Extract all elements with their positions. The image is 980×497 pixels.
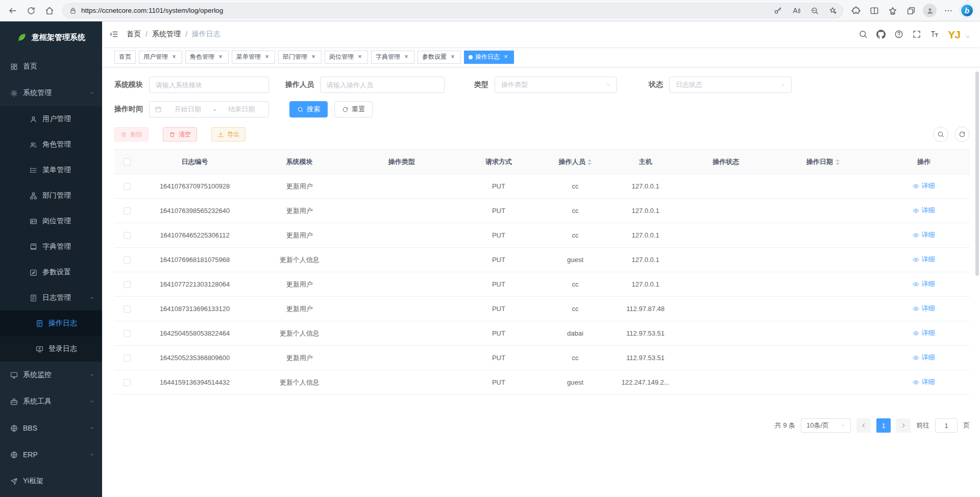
browser-profile-avatar[interactable] bbox=[923, 4, 937, 17]
tab[interactable]: 角色管理× bbox=[185, 51, 229, 64]
detail-link[interactable]: 详细 bbox=[913, 255, 935, 264]
status-select[interactable]: 日志状态 bbox=[669, 77, 792, 93]
detail-link[interactable]: 详细 bbox=[913, 206, 935, 215]
detail-link[interactable]: 详细 bbox=[913, 304, 935, 313]
breadcrumb-home[interactable]: 首页 bbox=[127, 30, 141, 39]
detail-link[interactable]: 详细 bbox=[913, 279, 935, 289]
breadcrumb-system-management[interactable]: 系统管理 bbox=[152, 30, 181, 39]
row-checkbox[interactable] bbox=[124, 183, 131, 190]
search-button[interactable]: 搜索 bbox=[289, 101, 328, 117]
user-menu-caret[interactable] bbox=[965, 34, 971, 40]
sidebar-item-erp[interactable]: ERP bbox=[0, 441, 102, 468]
sidebar-item-system-management[interactable]: 系统管理 bbox=[0, 80, 102, 106]
show-search-toggle-button[interactable] bbox=[933, 127, 948, 142]
type-select[interactable]: 操作类型 bbox=[495, 77, 617, 93]
row-checkbox[interactable] bbox=[124, 232, 131, 239]
tab[interactable]: 操作日志× bbox=[464, 51, 514, 64]
sidebar-item-operation-log[interactable]: 操作日志 bbox=[0, 311, 102, 336]
browser-settings-button[interactable] bbox=[940, 2, 957, 19]
tab[interactable]: 岗位管理× bbox=[325, 51, 368, 64]
module-input[interactable] bbox=[149, 77, 269, 93]
read-aloud-button[interactable] bbox=[789, 4, 803, 17]
row-checkbox[interactable] bbox=[124, 256, 131, 264]
row-checkbox[interactable] bbox=[124, 330, 131, 337]
row-checkbox[interactable] bbox=[124, 207, 131, 215]
browser-refresh-button[interactable] bbox=[22, 2, 40, 19]
sidebar-item-yi-framework[interactable]: Yi框架 bbox=[0, 468, 102, 494]
prev-page-button[interactable] bbox=[856, 418, 871, 433]
sidebar-item-dict-management[interactable]: 字典管理 bbox=[0, 234, 102, 259]
tab-close-icon[interactable]: × bbox=[170, 54, 178, 61]
tab[interactable]: 首页 bbox=[114, 51, 136, 64]
detail-label: 详细 bbox=[921, 255, 935, 264]
reset-button[interactable]: 重置 bbox=[334, 101, 373, 117]
detail-link[interactable]: 详细 bbox=[913, 230, 935, 240]
sidebar-item-user-management[interactable]: 用户管理 bbox=[0, 106, 102, 132]
sidebar-item-role-management[interactable]: 角色管理 bbox=[0, 132, 102, 157]
help-button[interactable] bbox=[894, 30, 903, 39]
tab-close-icon[interactable]: × bbox=[502, 54, 509, 61]
sort-operator[interactable] bbox=[587, 159, 592, 165]
tab-close-icon[interactable]: × bbox=[449, 54, 456, 61]
sort-date[interactable] bbox=[836, 159, 840, 165]
select-all-checkbox[interactable] bbox=[124, 158, 131, 165]
clear-button[interactable]: 清空 bbox=[163, 127, 197, 141]
next-page-button[interactable] bbox=[896, 418, 911, 433]
sidebar-item-system-tools[interactable]: 系统工具 bbox=[0, 388, 102, 415]
detail-link[interactable]: 详细 bbox=[913, 328, 935, 338]
detail-link[interactable]: 详细 bbox=[913, 353, 935, 362]
date-range-picker[interactable]: 开始日期 - 结束日期 bbox=[149, 101, 269, 117]
tab[interactable]: 用户管理× bbox=[139, 51, 182, 64]
row-checkbox[interactable] bbox=[124, 305, 131, 313]
user-avatar-logo[interactable]: YJ bbox=[948, 29, 960, 40]
refresh-table-button[interactable] bbox=[954, 127, 970, 142]
font-size-button[interactable] bbox=[930, 30, 939, 39]
sidebar-toggle-button[interactable] bbox=[109, 30, 118, 39]
delete-button[interactable]: 删除 bbox=[114, 127, 149, 141]
sidebar-item-log-management[interactable]: 日志管理 bbox=[0, 285, 102, 311]
sidebar-item-home[interactable]: 首页 bbox=[0, 53, 102, 80]
tab-close-icon[interactable]: × bbox=[310, 54, 317, 61]
zoom-button[interactable] bbox=[807, 4, 821, 17]
sidebar-item-login-log[interactable]: 登录日志 bbox=[0, 336, 102, 362]
detail-link[interactable]: 详细 bbox=[913, 377, 935, 387]
app-logo[interactable]: 意框架管理系统 bbox=[0, 21, 102, 53]
export-button[interactable]: 导出 bbox=[211, 127, 246, 141]
row-checkbox[interactable] bbox=[124, 281, 131, 288]
header-search-button[interactable] bbox=[859, 30, 868, 39]
row-checkbox[interactable] bbox=[124, 354, 131, 362]
tab[interactable]: 字典管理× bbox=[371, 51, 414, 64]
row-checkbox[interactable] bbox=[124, 379, 131, 386]
operator-input[interactable] bbox=[320, 77, 445, 93]
browser-home-button[interactable] bbox=[41, 2, 58, 19]
tab-close-icon[interactable]: × bbox=[403, 54, 410, 61]
tab-close-icon[interactable]: × bbox=[263, 54, 271, 61]
page-size-select[interactable]: 10条/页 bbox=[801, 418, 851, 433]
tab[interactable]: 菜单管理× bbox=[232, 51, 275, 64]
sidebar-item-bbs[interactable]: BBS bbox=[0, 415, 102, 441]
browser-essentials-button[interactable] bbox=[847, 2, 865, 19]
detail-link[interactable]: 详细 bbox=[913, 181, 935, 191]
sidebar-item-post-management[interactable]: 岗位管理 bbox=[0, 208, 102, 234]
address-bar[interactable]: https://ccnetcore.com:1101/system/log/op… bbox=[62, 3, 843, 18]
browser-back-button[interactable] bbox=[4, 2, 21, 19]
favorites-button[interactable] bbox=[884, 2, 901, 19]
password-key-button[interactable] bbox=[771, 4, 785, 17]
sidebar-item-department-management[interactable]: 部门管理 bbox=[0, 183, 102, 208]
fullscreen-button[interactable] bbox=[912, 30, 921, 39]
tab[interactable]: 参数设置× bbox=[418, 51, 461, 64]
collections-button[interactable] bbox=[902, 2, 920, 19]
page-scrollbar[interactable] bbox=[975, 72, 979, 276]
tab[interactable]: 部门管理× bbox=[278, 51, 322, 64]
add-favorite-button[interactable] bbox=[826, 4, 840, 17]
github-button[interactable] bbox=[876, 30, 886, 39]
page-number-button[interactable]: 1 bbox=[876, 418, 891, 433]
split-screen-button[interactable] bbox=[866, 2, 883, 19]
sidebar-item-system-monitor[interactable]: 系统监控 bbox=[0, 362, 102, 388]
tab-close-icon[interactable]: × bbox=[356, 54, 363, 61]
bing-copilot-button[interactable]: b bbox=[960, 4, 974, 17]
goto-page-input[interactable] bbox=[935, 418, 958, 433]
tab-close-icon[interactable]: × bbox=[217, 54, 224, 61]
sidebar-item-menu-management[interactable]: 菜单管理 bbox=[0, 157, 102, 183]
sidebar-item-param-settings[interactable]: 参数设置 bbox=[0, 259, 102, 285]
